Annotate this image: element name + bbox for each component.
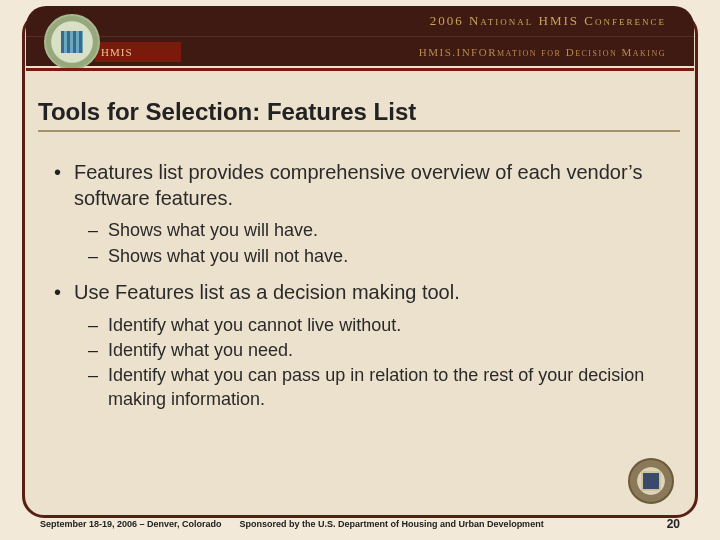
hud-seal-icon (628, 458, 674, 504)
page-title: Tools for Selection: Features List (38, 98, 680, 126)
list-item: Identify what you cannot live without. (108, 314, 680, 337)
footer-left: September 18-19, 2006 – Denver, Colorado (40, 519, 222, 529)
page-number: 20 (667, 517, 680, 531)
bullet-text: Features list provides comprehensive ove… (74, 161, 642, 209)
sub-bullet-text: Identify what you need. (108, 340, 293, 360)
list-item: Shows what you will have. (108, 219, 680, 242)
sub-bullet-text: Shows what you will not have. (108, 246, 348, 266)
ribbon-tab: HMIS (95, 42, 181, 62)
list-item: Use Features list as a decision making t… (74, 280, 680, 411)
conference-seal-icon (44, 14, 100, 70)
bullet-list: Features list provides comprehensive ove… (38, 160, 680, 411)
seal-buildings-icon (61, 31, 83, 53)
list-item: Features list provides comprehensive ove… (74, 160, 680, 268)
sub-list: Identify what you cannot live without. I… (74, 314, 680, 412)
sub-bullet-text: Shows what you will have. (108, 220, 318, 240)
header-title-top: 2006 National HMIS Conference (26, 6, 694, 37)
list-item: Identify what you can pass up in relatio… (108, 364, 680, 411)
bullet-text: Use Features list as a decision making t… (74, 281, 460, 303)
list-item: Shows what you will not have. (108, 245, 680, 268)
sub-bullet-text: Identify what you cannot live without. (108, 315, 401, 335)
list-item: Identify what you need. (108, 339, 680, 362)
sub-bullet-text: Identify what you can pass up in relatio… (108, 365, 644, 408)
footer: September 18-19, 2006 – Denver, Colorado… (40, 514, 680, 534)
content-area: Tools for Selection: Features List Featu… (38, 98, 680, 480)
title-rule (38, 130, 680, 132)
header-divider (26, 68, 694, 71)
sub-list: Shows what you will have. Shows what you… (74, 219, 680, 268)
footer-center: Sponsored by the U.S. Department of Hous… (240, 519, 667, 529)
slide: 2006 National HMIS Conference HMIS.INFOR… (0, 0, 720, 540)
